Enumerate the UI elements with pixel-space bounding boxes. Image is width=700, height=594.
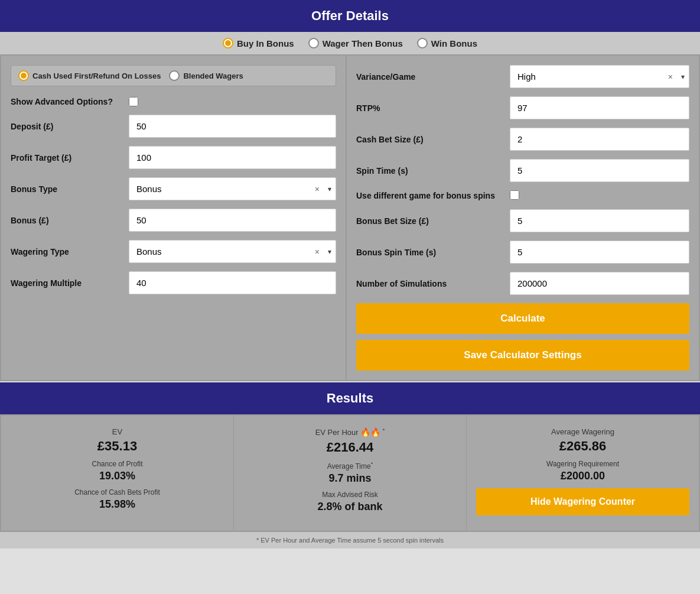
result-col-wagering: Average Wagering £265.86 Wagering Requir…	[467, 416, 699, 530]
bonus-type-select[interactable]: Bonus Deposit Cashback	[129, 177, 336, 200]
diff-game-row: Use different game for bonus spins	[356, 190, 689, 201]
radio-circle-wager	[308, 38, 319, 48]
ev-value: £35.13	[11, 439, 224, 454]
wagering-type-label: Wagering Type	[11, 247, 129, 257]
result-col-ev-hour: EV Per Hour 🔥🔥 * £216.44 Average Time* 9…	[234, 416, 467, 530]
cash-bet-label: Cash Bet Size (£)	[356, 135, 510, 144]
profit-target-label: Profit Target (£)	[11, 153, 129, 163]
variance-select-wrapper: High Medium Low Very High × ▾	[510, 65, 689, 88]
avg-wagering-value: £265.86	[476, 439, 689, 454]
calculate-button[interactable]: Calculate	[356, 303, 689, 334]
wagering-multiple-input[interactable]	[129, 271, 336, 294]
advanced-options-row: Show Advanced Options?	[11, 97, 336, 106]
avg-time-value: 9.7 mins	[243, 472, 457, 485]
radio-label-buy-in: Buy In Bonus	[237, 38, 294, 48]
wager-option-cash[interactable]: Cash Used First/Refund On Losses	[18, 70, 161, 81]
variance-row: Variance/Game High Medium Low Very High …	[356, 65, 689, 88]
fire-icon: 🔥🔥	[360, 428, 380, 437]
wagering-multiple-label: Wagering Multiple	[11, 278, 129, 288]
radio-buy-in-bonus[interactable]: Buy In Bonus	[223, 38, 294, 48]
deposit-label: Deposit (£)	[11, 122, 129, 131]
offer-type-bar: Buy In Bonus Wager Then Bonus Win Bonus	[0, 32, 700, 54]
max-risk-label: Max Advised Risk	[243, 491, 457, 499]
footnote: * EV Per Hour and Average Time assume 5 …	[0, 532, 700, 548]
chance-cash-label: Chance of Cash Bets Profit	[11, 488, 224, 496]
diff-game-checkbox-wrapper	[510, 190, 519, 200]
advanced-options-checkbox[interactable]	[129, 97, 138, 106]
bonus-spin-time-input[interactable]	[510, 241, 689, 264]
save-settings-button[interactable]: Save Calculator Settings	[356, 340, 689, 371]
diff-game-checkbox[interactable]	[510, 190, 519, 200]
chance-cash-value: 15.98%	[11, 498, 224, 511]
page-header: Offer Details	[0, 0, 700, 32]
wager-option-blended[interactable]: Blended Wagers	[169, 70, 243, 81]
cash-bet-input[interactable]	[510, 128, 689, 151]
chance-profit-label: Chance of Profit	[11, 460, 224, 468]
radio-label-wager: Wager Then Bonus	[323, 38, 403, 48]
results-grid: EV £35.13 Chance of Profit 19.03% Chance…	[0, 414, 700, 531]
advanced-options-label: Show Advanced Options?	[11, 97, 129, 106]
left-panel: Cash Used First/Refund On Losses Blended…	[1, 56, 347, 380]
chance-profit-value: 19.03%	[11, 470, 224, 482]
result-col-ev: EV £35.13 Chance of Profit 19.03% Chance…	[1, 416, 234, 530]
diff-game-label: Use different game for bonus spins	[356, 190, 510, 201]
avg-time-label: Average Time*	[243, 461, 457, 470]
profit-target-row: Profit Target (£)	[11, 146, 336, 169]
bonus-label: Bonus (£)	[11, 216, 129, 225]
radio-label-win: Win Bonus	[431, 38, 477, 48]
deposit-row: Deposit (£)	[11, 115, 336, 138]
radio-wager-then-bonus[interactable]: Wager Then Bonus	[308, 38, 403, 48]
bonus-spin-time-row: Bonus Spin Time (s)	[356, 241, 689, 264]
rtp-label: RTP%	[356, 103, 510, 113]
wagering-type-select[interactable]: Bonus Deposit + Bonus Cash	[129, 240, 336, 263]
ev-label: EV	[11, 427, 224, 436]
bonus-type-label: Bonus Type	[11, 184, 129, 194]
spin-time-row: Spin Time (s)	[356, 159, 689, 182]
profit-target-input[interactable]	[129, 146, 336, 169]
bonus-input[interactable]	[129, 209, 336, 232]
wagering-type-row: Wagering Type Bonus Deposit + Bonus Cash…	[11, 240, 336, 263]
bonus-type-arrow-icon: ▾	[328, 185, 331, 193]
num-simulations-row: Number of Simulations	[356, 272, 689, 295]
variance-select[interactable]: High Medium Low Very High	[510, 65, 689, 88]
rtp-row: RTP%	[356, 96, 689, 119]
wagering-type-arrow-icon: ▾	[328, 248, 331, 256]
wagering-multiple-row: Wagering Multiple	[11, 271, 336, 294]
wagering-type-select-wrapper: Bonus Deposit + Bonus Cash × ▾	[129, 240, 336, 263]
radio-win-bonus[interactable]: Win Bonus	[417, 38, 477, 48]
right-panel: Variance/Game High Medium Low Very High …	[347, 56, 699, 380]
footnote-text: * EV Per Hour and Average Time assume 5 …	[256, 537, 444, 544]
cash-bet-row: Cash Bet Size (£)	[356, 128, 689, 151]
bonus-spin-time-label: Bonus Spin Time (s)	[356, 248, 510, 257]
bonus-type-select-wrapper: Bonus Deposit Cashback × ▾	[129, 177, 336, 200]
advanced-options-checkbox-wrapper	[129, 97, 138, 106]
spin-time-input[interactable]	[510, 159, 689, 182]
deposit-input[interactable]	[129, 115, 336, 138]
bonus-bet-row: Bonus Bet Size (£)	[356, 209, 689, 232]
num-simulations-label: Number of Simulations	[356, 279, 510, 288]
radio-circle-win	[417, 38, 428, 48]
bonus-bet-input[interactable]	[510, 209, 689, 232]
avg-wagering-label: Average Wagering	[476, 427, 689, 436]
bonus-type-row: Bonus Type Bonus Deposit Cashback × ▾	[11, 177, 336, 200]
variance-label: Variance/Game	[356, 72, 510, 82]
variance-arrow-icon: ▾	[681, 73, 685, 81]
wager-radio-cash	[18, 70, 29, 81]
ev-hour-value: £216.44	[243, 440, 457, 455]
hide-wagering-button[interactable]: Hide Wagering Counter	[476, 488, 689, 515]
spin-time-label: Spin Time (s)	[356, 166, 510, 176]
main-area: Cash Used First/Refund On Losses Blended…	[0, 54, 700, 381]
wagering-req-value: £2000.00	[476, 470, 689, 482]
num-simulations-input[interactable]	[510, 272, 689, 295]
wagering-type-clear-icon[interactable]: ×	[315, 247, 320, 257]
bonus-bet-label: Bonus Bet Size (£)	[356, 216, 510, 226]
header-title: Offer Details	[311, 8, 389, 23]
radio-circle-buy-in	[223, 38, 233, 48]
bonus-row: Bonus (£)	[11, 209, 336, 232]
variance-clear-icon[interactable]: ×	[668, 72, 673, 82]
wagering-req-label: Wagering Requirement	[476, 460, 689, 468]
bonus-type-clear-icon[interactable]: ×	[315, 184, 320, 194]
ev-hour-label: EV Per Hour 🔥🔥 *	[243, 427, 457, 437]
rtp-input[interactable]	[510, 96, 689, 119]
wager-toggle: Cash Used First/Refund On Losses Blended…	[11, 65, 336, 86]
